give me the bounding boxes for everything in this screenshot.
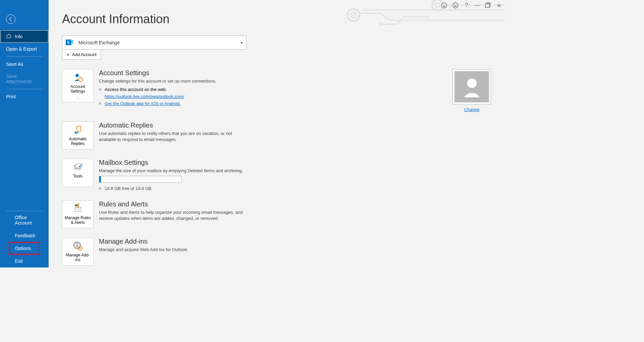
- sidebar-item-feedback[interactable]: Feedback: [0, 229, 49, 242]
- bullet-icon: [99, 187, 101, 190]
- section-desc: Manage the size of your mailbox by empty…: [99, 168, 243, 174]
- add-account-label: Add Account: [72, 52, 97, 57]
- sidebar-label: Feedback: [15, 233, 35, 238]
- account-settings-button[interactable]: Account Settings ⌄: [62, 69, 94, 102]
- svg-point-2: [75, 74, 79, 77]
- minimize-button[interactable]: —: [474, 2, 480, 8]
- tools-button[interactable]: Tools ⌄: [62, 159, 94, 187]
- svg-point-18: [445, 4, 445, 5]
- svg-point-15: [79, 248, 81, 249]
- sidebar-item-info[interactable]: Info: [0, 30, 49, 43]
- automatic-replies-button[interactable]: Automatic Replies: [62, 121, 94, 149]
- svg-point-4: [467, 78, 476, 88]
- svg-point-17: [443, 4, 443, 5]
- button-label: Automatic Replies: [64, 137, 92, 146]
- chevron-down-icon: ⌄: [76, 96, 79, 99]
- exchange-icon: E: [65, 38, 75, 48]
- back-button[interactable]: [6, 14, 15, 24]
- person-icon: [460, 75, 484, 99]
- plus-icon: +: [66, 52, 69, 57]
- sidebar-label: Options: [15, 246, 31, 251]
- arrow-left-icon: [8, 17, 13, 21]
- manage-rules-button[interactable]: Manage Rules & Alerts: [62, 200, 94, 228]
- sidebar-divider: [6, 89, 43, 89]
- svg-point-11: [77, 207, 78, 208]
- sidebar-item-save-attachments: Save Attachments: [0, 70, 49, 88]
- mailbox-free-text: 14.8 GB free of 14.8 GB: [105, 186, 151, 191]
- section-heading: Manage Add-ins: [99, 238, 243, 245]
- account-name: Microsoft Exchange: [78, 40, 237, 45]
- restore-button[interactable]: [485, 2, 491, 8]
- svg-point-16: [441, 3, 447, 8]
- svg-rect-9: [79, 166, 80, 167]
- account-selector[interactable]: E Microsoft Exchange ▼: [62, 36, 247, 50]
- add-account-button[interactable]: + Add Account: [62, 50, 101, 60]
- button-label: Account Settings: [64, 84, 92, 94]
- sidebar-item-exit[interactable]: Exit: [0, 255, 49, 267]
- close-button[interactable]: ✕: [496, 2, 502, 8]
- backstage-sidebar: Info Open & Export Save As Save Attachme…: [0, 0, 49, 267]
- sidebar-label: Office Account: [15, 215, 34, 226]
- svg-point-12: [75, 204, 77, 206]
- svg-point-21: [456, 4, 457, 5]
- section-heading: Automatic Replies: [99, 121, 243, 129]
- feedback-frown-icon[interactable]: [452, 2, 459, 9]
- owa-link[interactable]: https://outlook.live.com/owa/outlook.com…: [105, 94, 184, 99]
- mobile-app-link[interactable]: Get the Outlook app for iOS or Android.: [105, 100, 181, 107]
- svg-text:E: E: [67, 41, 70, 44]
- sidebar-item-print[interactable]: Print: [0, 91, 49, 103]
- account-settings-icon: [72, 72, 83, 83]
- section-desc: Change settings for this account or set …: [99, 78, 243, 84]
- titlebar: ? — ✕: [441, 2, 502, 9]
- sidebar-label: Open & Export: [6, 46, 37, 52]
- sidebar-item-options[interactable]: Options: [9, 242, 40, 255]
- bullet-icon: [99, 102, 101, 105]
- sidebar-item-save-as[interactable]: Save As: [0, 58, 49, 70]
- mailbox-quota-fill: [99, 176, 101, 182]
- sidebar-label: Print: [6, 94, 16, 99]
- button-label: Manage Rules & Alerts: [64, 215, 92, 225]
- profile-photo-placeholder: [454, 71, 489, 102]
- sidebar-label: Save As: [6, 61, 23, 67]
- sidebar-label: Info: [15, 34, 22, 39]
- automatic-replies-icon: [72, 125, 83, 135]
- svg-rect-6: [77, 127, 80, 131]
- svg-point-19: [453, 3, 458, 8]
- bullet-text: Access this account on the web.: [105, 87, 167, 92]
- sidebar-item-open-export[interactable]: Open & Export: [0, 43, 49, 55]
- svg-point-20: [454, 4, 455, 5]
- manage-addins-button[interactable]: Manage Add-ins: [62, 238, 94, 265]
- section-desc: Use automatic replies to notify others t…: [99, 131, 243, 143]
- rules-icon: [72, 203, 83, 214]
- tools-icon: [72, 162, 83, 173]
- section-heading: Mailbox Settings: [99, 159, 243, 166]
- home-icon: [6, 33, 11, 40]
- svg-rect-23: [485, 4, 489, 8]
- main-content: Account Information E Microsoft Exchange…: [49, 0, 504, 267]
- button-label: Tools: [73, 174, 83, 179]
- section-desc: Manage and acquire Web Add-ins for Outlo…: [99, 247, 243, 253]
- sidebar-label: Save Attachments: [6, 74, 43, 84]
- sidebar-label: Exit: [15, 258, 22, 264]
- help-button[interactable]: ?: [464, 2, 470, 8]
- bullet-icon: [99, 88, 101, 91]
- section-heading: Account Settings: [99, 69, 243, 77]
- profile-photo-frame: [452, 69, 491, 104]
- section-desc: Use Rules and Alerts to help organize yo…: [99, 209, 243, 222]
- addins-icon: [72, 241, 83, 251]
- chevron-down-icon: ⌄: [76, 181, 79, 184]
- caret-down-icon: ▼: [240, 41, 244, 45]
- change-photo-link[interactable]: Change: [464, 107, 480, 112]
- button-label: Manage Add-ins: [64, 253, 92, 262]
- page-title: Account Information: [62, 12, 491, 26]
- mailbox-quota-bar: [99, 176, 181, 183]
- sidebar-item-office-account[interactable]: Office Account: [0, 211, 49, 229]
- sidebar-divider: [6, 56, 43, 57]
- feedback-smile-icon[interactable]: [441, 2, 447, 9]
- section-heading: Rules and Alerts: [99, 200, 243, 208]
